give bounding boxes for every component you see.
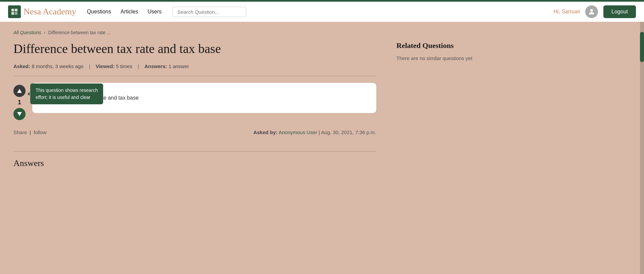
- question-meta: Asked: 8 months, 3 weeks ago | Viewed: 5…: [13, 63, 376, 69]
- nav-links: Questions Articles Users: [87, 9, 162, 15]
- meta-sep-2: |: [138, 63, 139, 69]
- breadcrumb-link[interactable]: All Questions: [13, 30, 41, 35]
- nav-users[interactable]: Users: [147, 9, 162, 14]
- svg-point-4: [590, 9, 593, 12]
- logout-button[interactable]: Logout: [603, 5, 636, 18]
- share-link[interactable]: Share: [13, 129, 27, 135]
- main-content: All Questions › Difference between tax r…: [0, 22, 511, 182]
- answers-label: Answers:: [144, 63, 167, 69]
- upvote-button[interactable]: [13, 85, 26, 97]
- svg-rect-3: [15, 12, 17, 15]
- answers-value: 1 answer: [169, 63, 189, 69]
- asked-label: Asked:: [13, 63, 30, 69]
- vote-count: 1: [18, 99, 21, 106]
- meta-sep-1: |: [89, 63, 90, 69]
- user-greeting[interactable]: Hi, Samuel: [554, 9, 580, 15]
- nav-questions[interactable]: Questions: [87, 9, 111, 14]
- asked-by: Asked by: Anonymous User | Aug. 30, 2021…: [253, 129, 376, 135]
- related-questions-title: Related Questions: [396, 41, 497, 50]
- asked-by-separator: |: [318, 129, 321, 135]
- avatar: [585, 5, 598, 18]
- related-empty-text: There are no similar questions yet: [396, 55, 497, 61]
- share-row: Share | follow Asked by: Anonymous User …: [13, 129, 376, 135]
- logo-icon: [8, 5, 21, 18]
- sidebar: Related Questions There are no similar q…: [396, 41, 497, 61]
- answers-title: Answers: [13, 158, 376, 168]
- svg-rect-0: [11, 9, 14, 11]
- breadcrumb-current: Difference between tax rate ...: [48, 30, 111, 35]
- share-pipe: |: [30, 129, 31, 135]
- search-input[interactable]: [172, 7, 246, 17]
- answers-section: Answers: [13, 151, 376, 168]
- navbar: Nesa Academy Questions Articles Users Hi…: [0, 0, 644, 22]
- nav-right: Hi, Samuel Logout: [554, 5, 636, 18]
- tooltip-text: This question shows researcheffort; it i…: [36, 88, 98, 100]
- breadcrumb-separator: ›: [44, 30, 45, 35]
- vote-column: 1: [13, 83, 26, 120]
- viewed-label: Viewed:: [96, 63, 115, 69]
- downvote-button[interactable]: [13, 108, 26, 120]
- svg-marker-5: [17, 89, 22, 93]
- question-section: Difference between tax rate and tax base…: [13, 41, 376, 168]
- question-body-row: 1 This question shows researcheffort; it…: [13, 83, 376, 120]
- divider-top: [13, 76, 376, 76]
- tooltip: This question shows researcheffort; it i…: [30, 84, 103, 104]
- scrollbar[interactable]: [640, 22, 644, 274]
- nav-articles[interactable]: Articles: [121, 9, 138, 14]
- follow-link[interactable]: follow: [34, 129, 46, 135]
- svg-rect-2: [11, 12, 14, 15]
- svg-rect-1: [15, 9, 17, 11]
- logo-text: Nesa Academy: [24, 7, 76, 17]
- asked-by-label: Asked by:: [253, 129, 277, 135]
- content-area: Difference between tax rate and tax base…: [13, 41, 497, 168]
- scrollbar-thumb: [640, 32, 644, 62]
- svg-marker-6: [17, 112, 22, 116]
- asked-by-date: Aug. 30, 2021, 7:36 p.m.: [321, 129, 376, 135]
- breadcrumb: All Questions › Difference between tax r…: [13, 30, 497, 35]
- asked-by-user: Anonymous User: [278, 129, 317, 135]
- viewed-value: 5 times: [116, 63, 132, 69]
- question-title: Difference between tax rate and tax base: [13, 41, 376, 57]
- logo-link[interactable]: Nesa Academy: [8, 5, 76, 18]
- share-links: Share | follow: [13, 129, 46, 135]
- asked-value: 8 months, 3 weeks ago: [32, 63, 83, 69]
